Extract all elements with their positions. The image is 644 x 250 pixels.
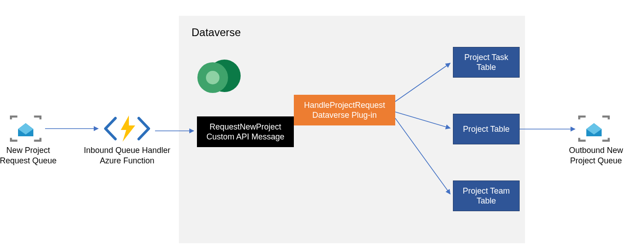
azure-function-icon xyxy=(103,113,151,144)
queue-icon xyxy=(578,116,610,142)
project-team-table-label: Project Team Table xyxy=(458,186,515,206)
dataverse-title: Dataverse xyxy=(192,26,241,39)
inbound-queue-label: New Project Request Queue xyxy=(0,145,59,166)
azure-function-label: Inbound Queue Handler Azure Function xyxy=(78,145,177,166)
outbound-queue-label: Outbound New Project Queue xyxy=(566,145,626,166)
custom-api-label: RequestNewProject Custom API Message xyxy=(201,122,289,142)
project-team-table-box: Project Team Table xyxy=(453,181,520,211)
dataverse-logo-icon xyxy=(193,54,242,99)
project-table-box: Project Table xyxy=(453,114,520,144)
custom-api-box: RequestNewProject Custom API Message xyxy=(197,116,294,147)
plugin-label: HandleProjectRequest Dataverse Plug-in xyxy=(298,100,391,120)
plugin-box: HandleProjectRequest Dataverse Plug-in xyxy=(294,95,395,125)
queue-icon xyxy=(10,116,41,142)
project-task-table-box: Project Task Table xyxy=(453,47,520,78)
project-task-table-label: Project Task Table xyxy=(458,52,515,73)
project-table-label: Project Table xyxy=(463,124,510,134)
svg-point-2 xyxy=(206,71,219,84)
svg-marker-5 xyxy=(121,116,135,142)
